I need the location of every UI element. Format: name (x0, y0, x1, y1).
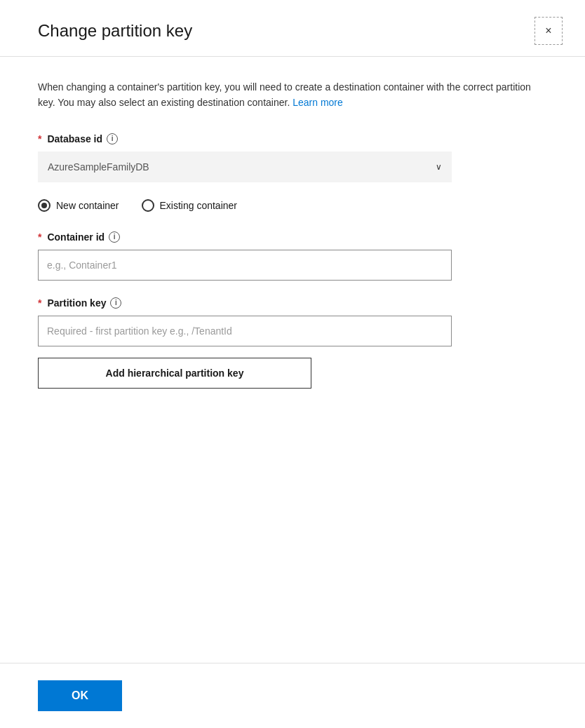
database-id-info-icon[interactable]: i (107, 133, 118, 144)
container-id-info-icon[interactable]: i (109, 231, 120, 243)
partition-key-label-text: Partition key (47, 297, 106, 309)
container-id-group: * Container id i (38, 231, 547, 281)
chevron-down-icon: ∨ (436, 162, 442, 172)
existing-container-label: Existing container (160, 200, 238, 211)
container-id-required: * (38, 231, 41, 243)
container-id-input[interactable] (38, 250, 452, 281)
existing-container-radio[interactable] (142, 199, 154, 212)
ok-button[interactable]: OK (38, 680, 122, 711)
dialog-header: Change partition key × (0, 0, 585, 56)
dialog-footer: OK (0, 663, 585, 728)
container-id-label: * Container id i (38, 231, 547, 243)
close-icon: × (545, 25, 551, 37)
partition-key-input-group (38, 316, 547, 346)
new-container-radio-option[interactable]: New container (38, 199, 119, 212)
database-id-label-text: Database id (47, 133, 102, 144)
database-id-required: * (38, 133, 41, 144)
partition-key-group: * Partition key i Add hierarchical parti… (38, 297, 547, 389)
database-id-dropdown[interactable]: AzureSampleFamilyDB ∨ (38, 151, 452, 182)
partition-key-required: * (38, 297, 41, 309)
partition-key-label: * Partition key i (38, 297, 547, 309)
container-type-radio-group: New container Existing container (38, 199, 547, 212)
add-hierarchical-partition-key-button[interactable]: Add hierarchical partition key (38, 358, 311, 389)
learn-more-link[interactable]: Learn more (292, 97, 343, 108)
dialog-title: Change partition key (38, 21, 192, 41)
database-id-label: * Database id i (38, 133, 547, 144)
new-container-radio[interactable] (38, 199, 51, 212)
existing-container-radio-option[interactable]: Existing container (142, 199, 238, 212)
description-text: When changing a container's partition ke… (38, 79, 543, 111)
database-id-value: AzureSampleFamilyDB (48, 161, 149, 173)
close-button[interactable]: × (534, 17, 563, 45)
change-partition-key-dialog: Change partition key × When changing a c… (0, 0, 585, 728)
partition-key-input[interactable] (38, 316, 452, 346)
container-id-label-text: Container id (47, 231, 105, 243)
partition-key-info-icon[interactable]: i (110, 297, 121, 309)
new-container-label: New container (56, 200, 119, 211)
dialog-body: When changing a container's partition ke… (0, 57, 585, 663)
database-id-group: * Database id i AzureSampleFamilyDB ∨ (38, 133, 547, 182)
